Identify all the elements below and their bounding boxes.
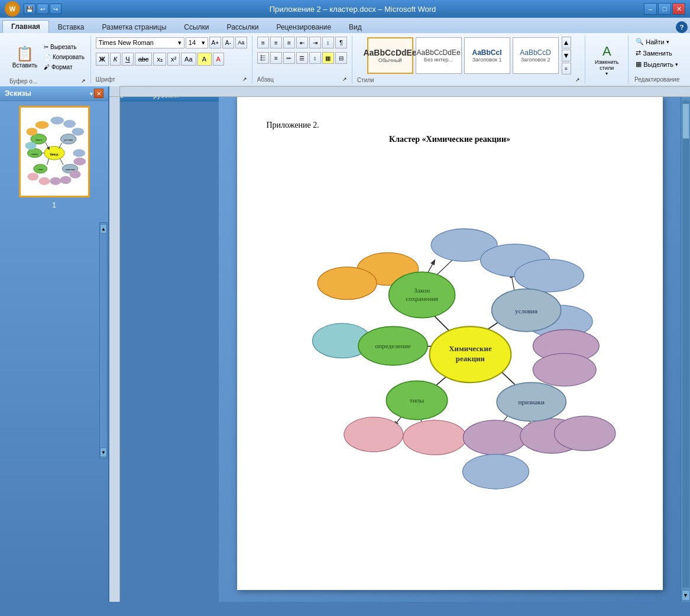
font-name-selector[interactable]: Times New Roman ▾ xyxy=(96,37,184,48)
svg-point-62 xyxy=(463,420,526,455)
svg-point-25 xyxy=(73,157,86,165)
panel-close-btn[interactable]: ✕ xyxy=(94,89,103,98)
svg-text:признаки: признаки xyxy=(518,398,544,406)
text-highlight-btn[interactable]: А xyxy=(197,53,212,66)
bullets-btn[interactable]: ≡ xyxy=(257,37,269,48)
font-decrease-btn[interactable]: A- xyxy=(222,37,234,48)
scroll-up-btn[interactable]: ▲ xyxy=(100,224,107,234)
subscript-btn[interactable]: x₂ xyxy=(153,53,166,66)
document: Приложение 2. Кластер «Химические реакци… xyxy=(237,97,663,590)
styles-expand-icon[interactable]: ↗ xyxy=(575,77,580,83)
svg-point-60 xyxy=(344,417,403,452)
change-styles-group: A Изменитьстили ▾ xyxy=(585,35,629,84)
multilevel-btn[interactable]: ≡ xyxy=(283,37,295,48)
borders-btn[interactable]: ⊟ xyxy=(335,52,347,64)
help-icon[interactable]: ? xyxy=(676,21,688,33)
cut-button[interactable]: ✂ Вырезать xyxy=(43,43,86,51)
paragraph-group: ≡ ≡ ≡ ⇤ ⇥ ↕ ¶ ⬱ ≡ ⬰ ☰ ↕ ▦ ⊟ xyxy=(252,35,352,84)
title-bar: W 💾 ↩ ↪ Приложение 2 – кластер.docx – Mi… xyxy=(0,0,690,18)
show-hide-btn[interactable]: ¶ xyxy=(335,37,347,48)
styles-expand-btn[interactable]: ≡ xyxy=(562,63,571,74)
tab-home[interactable]: Главная xyxy=(2,20,49,33)
font-expand-icon[interactable]: ↗ xyxy=(242,76,247,82)
numbering-btn[interactable]: ≡ xyxy=(270,37,282,48)
ruler-corner xyxy=(109,86,120,97)
tab-references[interactable]: Ссылки xyxy=(175,20,218,33)
superscript-btn[interactable]: x² xyxy=(167,53,180,66)
svg-text:Химические: Химические xyxy=(449,344,492,353)
svg-point-27 xyxy=(38,177,50,185)
minimize-btn[interactable]: – xyxy=(644,3,657,15)
underline-btn[interactable]: Ч xyxy=(122,53,133,66)
scroll-down-btn[interactable]: ▼ xyxy=(100,448,107,457)
style-normal[interactable]: AaBbCcDdEe Обычный xyxy=(367,37,413,74)
align-right-btn[interactable]: ⬰ xyxy=(283,52,295,64)
select-icon: ▦ xyxy=(636,60,642,68)
clipboard-expand-icon[interactable]: ↗ xyxy=(81,78,86,84)
style-heading1[interactable]: AaBbCcI Заголовок 1 xyxy=(464,37,510,74)
scroll-right-down-btn[interactable]: ▼ xyxy=(682,590,690,601)
sort-btn[interactable]: ↕ xyxy=(322,37,334,48)
panel-dropdown-btn[interactable]: ▾ xyxy=(90,90,93,97)
align-left-btn[interactable]: ⬱ xyxy=(257,52,269,64)
select-button[interactable]: ▦ Выделить ▾ xyxy=(633,59,681,69)
font-increase-btn[interactable]: A+ xyxy=(209,37,221,48)
find-button[interactable]: 🔍 Найти ▾ xyxy=(633,37,671,47)
styles-group: AaBbCcDdEe Обычный AaBbCcDdEe Без интер.… xyxy=(352,35,585,84)
format-painter-button[interactable]: 🖌 Формат xyxy=(43,63,86,72)
italic-btn[interactable]: К xyxy=(110,53,121,66)
editing-group-label: Редактирование xyxy=(634,76,679,83)
svg-point-55 xyxy=(514,260,584,292)
change-styles-icon: A xyxy=(602,44,611,59)
tab-view[interactable]: Вид xyxy=(340,20,371,33)
paste-button[interactable]: 📋 Вставить xyxy=(9,37,40,77)
font-size-selector[interactable]: 14 ▾ xyxy=(186,37,208,48)
page-thumbnail[interactable]: Хим.р. Закон условия опред. типы признак xyxy=(19,106,90,197)
find-dropdown-icon: ▾ xyxy=(666,39,669,45)
style-no-spacing[interactable]: AaBbCcDdEe Без интер... xyxy=(416,37,462,74)
panel-title-label: Эскизы xyxy=(5,89,31,98)
quick-save-btn[interactable]: 💾 xyxy=(24,4,35,14)
styles-scroll-up[interactable]: ▲ ▼ ≡ xyxy=(562,37,571,74)
justify-btn[interactable]: ☰ xyxy=(296,52,308,64)
svg-point-52 xyxy=(318,267,377,300)
scroll-thumb[interactable] xyxy=(682,103,689,139)
right-scrollbar[interactable]: ▲ ▼ xyxy=(681,86,690,602)
svg-point-26 xyxy=(27,173,38,180)
svg-line-5 xyxy=(45,142,48,148)
quick-undo-btn[interactable]: ↩ xyxy=(37,4,48,14)
replace-button[interactable]: ⇄ Заменить xyxy=(633,48,674,58)
strikethrough-btn[interactable]: abc xyxy=(135,53,153,66)
font-color-btn[interactable]: А xyxy=(213,53,224,66)
font-group: Times New Roman ▾ 14 ▾ A+ A- Aa Ж К Ч ab… xyxy=(91,35,252,84)
shading-btn[interactable]: ▦ xyxy=(322,52,334,64)
page-number-label: 1 xyxy=(52,201,56,209)
tab-page-layout[interactable]: Разметка страницы xyxy=(93,20,175,33)
svg-point-18 xyxy=(25,142,36,150)
svg-text:сохранения: сохранения xyxy=(406,295,438,302)
line-spacing-btn[interactable]: ↕ xyxy=(309,52,321,64)
svg-point-64 xyxy=(554,416,615,451)
close-btn[interactable]: ✕ xyxy=(672,3,685,15)
bold-btn[interactable]: Ж xyxy=(96,53,109,66)
change-styles-btn[interactable]: A Изменитьстили ▾ xyxy=(590,40,623,80)
maximize-btn[interactable]: □ xyxy=(658,3,671,15)
copy-button[interactable]: 📄 Копировать xyxy=(43,53,86,61)
style-heading2[interactable]: AaBbCcD Заголовок 2 xyxy=(513,37,559,74)
change-case-btn[interactable]: Aa xyxy=(235,37,247,48)
doc-area[interactable]: Приложение 2. Кластер «Химические реакци… xyxy=(219,86,681,602)
tab-insert[interactable]: Вставка xyxy=(49,20,93,33)
tab-review[interactable]: Рецензирование xyxy=(267,20,340,33)
svg-text:определение: определение xyxy=(375,342,410,349)
tab-mailings[interactable]: Рассылки xyxy=(218,20,268,33)
increase-indent-btn[interactable]: ⇥ xyxy=(309,37,321,48)
vertical-ruler xyxy=(109,86,120,602)
align-center-btn[interactable]: ≡ xyxy=(270,52,282,64)
decrease-indent-btn[interactable]: ⇤ xyxy=(296,37,308,48)
paragraph-expand-icon[interactable]: ↗ xyxy=(342,76,347,82)
left-panel-scroll[interactable]: ▲ ▼ xyxy=(99,222,108,459)
editing-group: 🔍 Найти ▾ ⇄ Заменить ▦ Выделить ▾ Редакт… xyxy=(629,35,685,84)
clear-format-btn[interactable]: Aa xyxy=(181,53,196,66)
quick-redo-btn[interactable]: ↪ xyxy=(50,4,61,14)
ribbon-content: 📋 Вставить ✂ Вырезать 📄 Копировать 🖌 Фор… xyxy=(0,33,690,86)
